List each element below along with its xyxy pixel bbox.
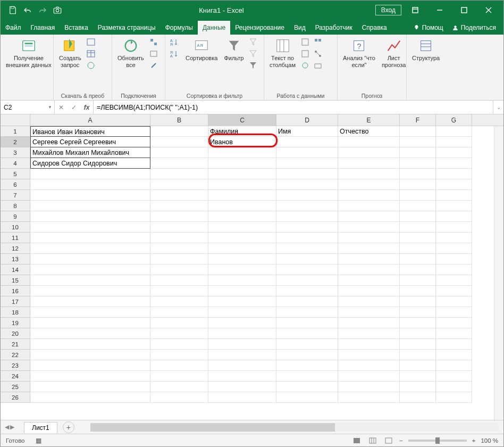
cell-B10[interactable]: [150, 222, 208, 233]
fx-button[interactable]: fx: [80, 104, 93, 111]
cancel-formula-button[interactable]: ✕: [55, 104, 68, 111]
tab-insert[interactable]: Вставка: [60, 21, 93, 35]
tab-file[interactable]: Файл: [1, 21, 26, 35]
cell-B21[interactable]: [150, 339, 208, 350]
cell-G13[interactable]: [436, 254, 472, 264]
cell-G10[interactable]: [436, 222, 472, 233]
cell-E11[interactable]: [338, 233, 400, 243]
cell-B3[interactable]: [150, 147, 208, 158]
sheet-tab[interactable]: Лист1: [24, 422, 57, 433]
get-external-data-button[interactable]: Получение внешних данных: [4, 37, 54, 69]
cell-A21[interactable]: [30, 339, 150, 350]
advanced-filter-button[interactable]: [248, 60, 258, 71]
cell-F10[interactable]: [400, 222, 436, 233]
cell-F25[interactable]: [400, 382, 436, 392]
ribbon-options-button[interactable]: [405, 3, 426, 18]
zoom-level[interactable]: 100 %: [481, 437, 498, 444]
cell-B1[interactable]: [150, 126, 208, 137]
edit-links-button[interactable]: [148, 60, 159, 71]
cell-F4[interactable]: [400, 158, 436, 169]
cell-F18[interactable]: [400, 307, 436, 318]
row-header[interactable]: 2: [1, 137, 30, 147]
minimize-button[interactable]: [429, 3, 450, 18]
cell-C3[interactable]: [208, 147, 276, 158]
redo-icon[interactable]: [38, 5, 47, 15]
tab-formulas[interactable]: Формулы: [161, 21, 198, 35]
cell-E16[interactable]: [338, 286, 400, 296]
cell-G7[interactable]: [436, 190, 472, 201]
cell-B18[interactable]: [150, 307, 208, 318]
cell-A24[interactable]: [30, 371, 150, 382]
cell-A22[interactable]: [30, 350, 150, 360]
row-header[interactable]: 8: [1, 201, 30, 211]
cell-A18[interactable]: [30, 307, 150, 318]
cell-B8[interactable]: [150, 201, 208, 211]
new-query-button[interactable]: Создать запрос: [57, 37, 83, 69]
cell-A19[interactable]: [30, 318, 150, 328]
cell-G22[interactable]: [436, 350, 472, 360]
cell-C6[interactable]: [208, 179, 276, 190]
cell-F6[interactable]: [400, 179, 436, 190]
cell-D5[interactable]: [276, 169, 338, 179]
cell-B20[interactable]: [150, 328, 208, 339]
maximize-button[interactable]: [453, 3, 475, 18]
cell-C2[interactable]: Иванов: [208, 137, 276, 147]
cell-F21[interactable]: [400, 339, 436, 350]
cell-E17[interactable]: [338, 296, 400, 307]
cell-F24[interactable]: [400, 371, 436, 382]
add-sheet-button[interactable]: +: [63, 421, 74, 433]
cell-D8[interactable]: [276, 201, 338, 211]
cell-B22[interactable]: [150, 350, 208, 360]
cell-B26[interactable]: [150, 392, 208, 403]
cell-A20[interactable]: [30, 328, 150, 339]
normal-view-button[interactable]: [351, 436, 362, 445]
cell-B16[interactable]: [150, 286, 208, 296]
cell-G1[interactable]: [436, 126, 472, 137]
cell-F11[interactable]: [400, 233, 436, 243]
cell-G24[interactable]: [436, 371, 472, 382]
signin-button[interactable]: Вход: [375, 5, 401, 15]
cell-C20[interactable]: [208, 328, 276, 339]
text-to-columns-button[interactable]: Текст по столбцам: [267, 37, 298, 69]
relationships-button[interactable]: [313, 48, 323, 59]
cell-B2[interactable]: [150, 137, 208, 147]
cell-C25[interactable]: [208, 382, 276, 392]
cell-A2[interactable]: Сергеев Сергей Сергеевич: [30, 137, 150, 147]
cell-C19[interactable]: [208, 318, 276, 328]
cell-C23[interactable]: [208, 360, 276, 371]
cell-D2[interactable]: [276, 137, 338, 147]
col-header-D[interactable]: D: [276, 114, 338, 126]
cell-G2[interactable]: [436, 137, 472, 147]
cell-F17[interactable]: [400, 296, 436, 307]
cell-B13[interactable]: [150, 254, 208, 264]
cell-D9[interactable]: [276, 211, 338, 222]
cell-D25[interactable]: [276, 382, 338, 392]
cell-G17[interactable]: [436, 296, 472, 307]
cell-G16[interactable]: [436, 286, 472, 296]
cell-C21[interactable]: [208, 339, 276, 350]
cell-E9[interactable]: [338, 211, 400, 222]
cell-A14[interactable]: [30, 264, 150, 275]
cell-A4[interactable]: Сидоров Сидор Сидорович: [30, 158, 150, 169]
col-header-A[interactable]: A: [30, 114, 150, 126]
cell-G11[interactable]: [436, 233, 472, 243]
tab-view[interactable]: Вид: [289, 21, 310, 35]
share-button[interactable]: Поделиться: [449, 21, 499, 35]
cell-D21[interactable]: [276, 339, 338, 350]
cell-E13[interactable]: [338, 254, 400, 264]
recent-sources-button[interactable]: [86, 60, 96, 71]
pagebreak-view-button[interactable]: [383, 436, 394, 445]
cell-B5[interactable]: [150, 169, 208, 179]
cell-B12[interactable]: [150, 243, 208, 254]
cell-B23[interactable]: [150, 360, 208, 371]
cell-G3[interactable]: [436, 147, 472, 158]
cell-B4[interactable]: [150, 158, 208, 169]
cell-D18[interactable]: [276, 307, 338, 318]
forecast-sheet-button[interactable]: Лист прогноза: [380, 37, 408, 69]
cell-B25[interactable]: [150, 382, 208, 392]
cell-G20[interactable]: [436, 328, 472, 339]
cell-E15[interactable]: [338, 275, 400, 286]
cell-C4[interactable]: [208, 158, 276, 169]
clear-filter-button[interactable]: [248, 37, 258, 47]
zoom-slider[interactable]: [408, 440, 467, 442]
